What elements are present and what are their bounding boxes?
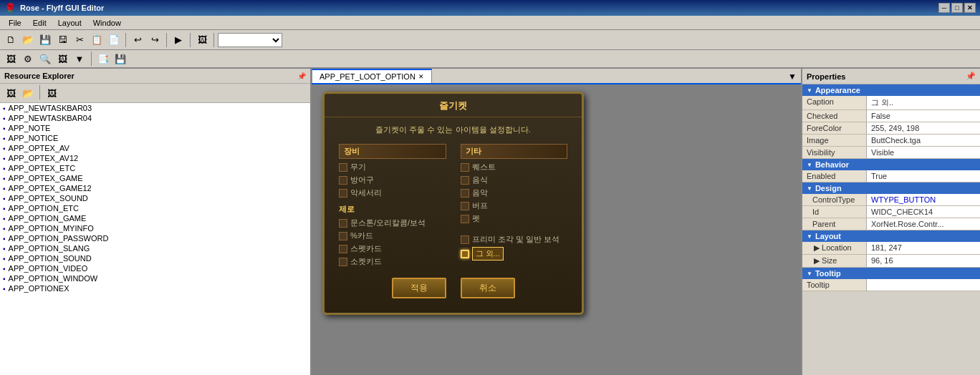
prop-enabled-value[interactable]: True: [867, 170, 980, 182]
close-button[interactable]: ✕: [964, 3, 976, 13]
prop-image-value[interactable]: ButtCheck.tga: [867, 135, 980, 146]
list-item[interactable]: ▪ APP_NOTICE: [0, 133, 310, 143]
list-item[interactable]: ▪ APP_OPTION_ETC: [0, 203, 310, 213]
list-item[interactable]: ▪ APP_OPTEX_GAME: [0, 173, 310, 183]
etc-item-1[interactable]: 음식: [461, 175, 568, 185]
etc-checkbox-2[interactable]: [461, 189, 469, 198]
prop-caption-value[interactable]: 그 외..: [867, 96, 980, 109]
equip-checkbox-2[interactable]: [339, 189, 347, 198]
equip-item-0[interactable]: 무기: [339, 162, 446, 172]
etc-zero-item-0[interactable]: 프리미 조각 및 일반 보석: [461, 234, 568, 245]
tool7[interactable]: 📄: [106, 32, 122, 48]
tool5[interactable]: ✂: [72, 32, 87, 48]
editor-canvas[interactable]: 즐기켓 즐기켓이 주울 수 있는 아이템을 설정합니다. 장비 무기: [312, 84, 801, 375]
etc-item-3[interactable]: 버프: [461, 200, 568, 211]
tool2-7[interactable]: 💾: [112, 51, 128, 67]
res-btn2[interactable]: 📂: [20, 85, 36, 101]
maximize-button[interactable]: □: [951, 3, 963, 13]
etc-item-0[interactable]: 퀘스트: [461, 162, 568, 172]
behavior-section[interactable]: ▼ Behavior: [802, 159, 980, 170]
menu-file[interactable]: File: [3, 17, 27, 29]
zero-item-0[interactable]: 문스톤/오리칼콤/보석: [339, 218, 446, 228]
save-all-button[interactable]: 🖫: [54, 32, 70, 48]
zero-item-1[interactable]: %카드: [339, 230, 446, 241]
tab-close-button[interactable]: ✕: [418, 73, 424, 80]
zero-item-2[interactable]: 스펫카드: [339, 243, 446, 254]
equip-item-2[interactable]: 악세서리: [339, 188, 446, 198]
equip-checkbox-1[interactable]: [339, 176, 347, 185]
prop-location-value[interactable]: 181, 247: [867, 242, 980, 254]
equip-checkbox-0[interactable]: [339, 163, 347, 172]
minimize-button[interactable]: ─: [938, 3, 950, 13]
prop-size-value[interactable]: 96, 16: [867, 255, 980, 267]
open-button[interactable]: 📂: [20, 32, 36, 48]
prop-controltype-value[interactable]: WTYPE_BUTTON: [867, 194, 980, 205]
tool2-1[interactable]: 🖼: [3, 51, 19, 67]
list-item[interactable]: ▪ APP_OPTEX_SOUND: [0, 193, 310, 203]
tool2-2[interactable]: ⚙: [20, 51, 36, 67]
zero-checkbox-1[interactable]: [339, 232, 347, 240]
etc-item-4[interactable]: 펫: [461, 213, 568, 224]
list-item[interactable]: ▪ APP_OPTION_SLANG: [0, 243, 310, 253]
zero-item-3[interactable]: 소켓키드: [339, 256, 446, 267]
list-item[interactable]: ▪ APP_OPTEX_GAME12: [0, 183, 310, 193]
tool2-5[interactable]: ▼: [72, 51, 87, 67]
prop-parent-value[interactable]: XorNet.Rose.Contr...: [867, 218, 980, 230]
tab-app-pet-loot-option[interactable]: APP_PET_LOOT_OPTION ✕: [312, 69, 432, 83]
redo-button[interactable]: ↪: [147, 32, 163, 48]
tool2-3[interactable]: 🔍: [37, 51, 53, 67]
toolbar-dropdown[interactable]: [218, 33, 282, 47]
appearance-section[interactable]: ▼ Appearance: [802, 84, 980, 96]
properties-pin[interactable]: 📌: [966, 72, 976, 81]
list-item[interactable]: ▪ APP_NEWTASKBAR03: [0, 103, 310, 113]
tool6[interactable]: 📋: [89, 32, 105, 48]
list-item[interactable]: ▪ APP_NOTE: [0, 123, 310, 133]
zero-checkbox-0[interactable]: [339, 219, 347, 228]
tool2-6[interactable]: 📑: [95, 51, 111, 67]
equip-item-1[interactable]: 방어구: [339, 175, 446, 185]
list-item[interactable]: ▪ APP_OPTION_PASSWORD: [0, 233, 310, 243]
prop-forecolor-value[interactable]: 255, 249, 198: [867, 122, 980, 134]
undo-button[interactable]: ↩: [130, 32, 145, 48]
save-button[interactable]: 💾: [37, 32, 53, 48]
list-item[interactable]: ▪ APP_OPTION_SOUND: [0, 253, 310, 263]
list-item[interactable]: ▪ APP_OPTION_VIDEO: [0, 263, 310, 273]
list-item[interactable]: ▪ APP_OPTEX_ETC: [0, 163, 310, 173]
etc-zero-checkbox-0[interactable]: [461, 235, 469, 244]
list-item[interactable]: ▪ APP_OPTION_MYINFO: [0, 223, 310, 233]
prop-checked-value[interactable]: False: [867, 110, 980, 122]
res-btn3[interactable]: 🖼: [44, 85, 59, 101]
prop-tooltip-value[interactable]: [867, 279, 980, 291]
prop-id-value[interactable]: WIDC_CHECK14: [867, 206, 980, 218]
tooltip-section[interactable]: ▼ Tooltip: [802, 268, 980, 279]
resource-explorer-pin[interactable]: 📌: [297, 72, 306, 80]
layout-section[interactable]: ▼ Layout: [802, 230, 980, 242]
menu-window[interactable]: Window: [87, 17, 127, 29]
etc-checkbox-0[interactable]: [461, 163, 469, 172]
etc-zero-item-1[interactable]: 그 외...: [461, 247, 568, 260]
list-item[interactable]: ▪ APP_NEWTASKBAR04: [0, 113, 310, 123]
etc-checkbox-4[interactable]: [461, 215, 469, 223]
resource-list[interactable]: ▪ APP_NEWTASKBAR03 ▪ APP_NEWTASKBAR04 ▪ …: [0, 103, 310, 375]
list-item[interactable]: ▪ APP_OPTEX_AV: [0, 143, 310, 153]
run-button[interactable]: ▶: [170, 32, 186, 48]
tool-extra[interactable]: 🖼: [194, 32, 210, 48]
new-button[interactable]: 🗋: [3, 32, 19, 48]
prop-visibility-value[interactable]: Visible: [867, 147, 980, 158]
apply-button[interactable]: 적용: [392, 278, 446, 298]
highlight-checkbox[interactable]: [461, 250, 469, 258]
res-btn1[interactable]: 🖼: [3, 85, 19, 101]
list-item[interactable]: ▪ APP_OPTION_GAME: [0, 213, 310, 223]
cancel-button[interactable]: 취소: [461, 278, 515, 298]
etc-item-2[interactable]: 음악: [461, 188, 568, 198]
tool2-4[interactable]: 🖼: [54, 51, 70, 67]
list-item[interactable]: ▪ APP_OPTION_WINDOW: [0, 273, 310, 283]
etc-checkbox-3[interactable]: [461, 202, 469, 210]
etc-checkbox-1[interactable]: [461, 176, 469, 185]
design-section[interactable]: ▼ Design: [802, 182, 980, 194]
tab-dropdown-button[interactable]: ▼: [784, 70, 801, 83]
list-item[interactable]: ▪ APP_OPTEX_AV12: [0, 153, 310, 163]
list-item[interactable]: ▪ APP_OPTIONEX: [0, 283, 310, 293]
zero-checkbox-3[interactable]: [339, 258, 347, 266]
menu-layout[interactable]: Layout: [52, 17, 87, 29]
